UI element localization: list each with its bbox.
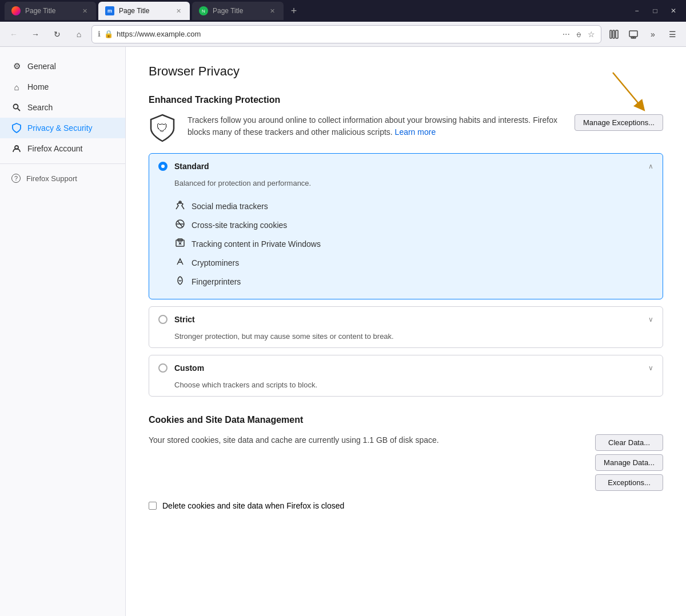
sidebar-item-general[interactable]: ⚙ General (0, 56, 125, 77)
svg-rect-2 (616, 30, 618, 38)
sidebar-label-privacy: Privacy & Security (27, 123, 93, 133)
option-standard-chevron: ∧ (648, 162, 653, 170)
sidebar-label-home: Home (27, 82, 49, 91)
option-custom-desc: Choose which trackers and scripts to blo… (149, 381, 663, 396)
sidebar-label-general: General (27, 62, 56, 71)
tab-1-close[interactable]: ✕ (80, 6, 89, 15)
option-custom: Custom ∨ Choose which trackers and scrip… (149, 355, 663, 397)
info-icon: ℹ (98, 30, 101, 38)
option-standard: Standard ∧ Balanced for protection and p… (149, 153, 663, 299)
back-button[interactable]: ← (5, 25, 23, 43)
option-strict-header[interactable]: Strict ∨ (149, 307, 663, 332)
private-windows-label: Tracking content in Private Windows (192, 239, 321, 249)
svg-line-7 (18, 109, 20, 111)
sidebar-label-support: Firefox Support (26, 174, 77, 183)
toolbar-icons: » ☰ (605, 25, 681, 43)
crosssite-tracker-icon (174, 219, 186, 231)
tab-2[interactable]: m Page Title ✕ (98, 2, 190, 20)
option-standard-radio[interactable] (158, 162, 167, 171)
svg-rect-3 (629, 31, 637, 37)
option-standard-label: Standard (174, 162, 641, 171)
fingerprinter-label: Fingerprinters (192, 277, 241, 286)
sidebar-label-account: Firefox Account (27, 144, 83, 153)
lock-icon: 🔒 (104, 30, 113, 38)
account-icon (11, 143, 22, 154)
pocket-icon[interactable]: 🜔 (575, 29, 583, 39)
new-tab-button[interactable]: + (286, 3, 302, 19)
more-tools-icon[interactable]: » (644, 25, 662, 43)
minimize-button[interactable]: − (629, 3, 645, 19)
sidebar-item-search[interactable]: Search (0, 97, 125, 118)
search-icon (11, 102, 22, 113)
option-strict: Strict ∨ Stronger protection, but may ca… (149, 306, 663, 348)
tab-2-close[interactable]: ✕ (174, 6, 183, 15)
private-windows-icon (174, 238, 186, 250)
tab-1[interactable]: Page Title ✕ (5, 2, 96, 20)
svg-rect-1 (613, 30, 615, 38)
title-bar: Page Title ✕ m Page Title ✕ N Page Title… (0, 0, 686, 22)
support-icon: ? (11, 174, 21, 183)
delete-cookies-label: Delete cookies and site data when Firefo… (162, 501, 344, 510)
option-strict-desc: Stronger protection, but may cause some … (149, 332, 663, 347)
crosssite-tracker-label: Cross-site tracking cookies (192, 221, 287, 230)
refresh-button[interactable]: ↻ (48, 25, 66, 43)
privacy-icon (11, 123, 22, 133)
address-icons: ··· 🜔 ☆ (563, 29, 595, 39)
cookies-title: Cookies and Site Data Management (149, 415, 663, 425)
window-controls: − □ ✕ (629, 3, 681, 19)
learn-more-link[interactable]: Learn more (395, 127, 436, 137)
page-title: Browser Privacy (149, 64, 663, 79)
tab-3-title: Page Title (213, 7, 263, 15)
maximize-button[interactable]: □ (647, 3, 663, 19)
etp-title: Enhanced Tracking Protection (149, 95, 663, 105)
cookies-buttons: Clear Data... Manage Data... Exceptions.… (595, 434, 663, 491)
forward-button[interactable]: → (26, 25, 45, 43)
address-bar[interactable]: ℹ 🔒 https://www.example.com ··· 🜔 ☆ (91, 25, 601, 43)
svg-rect-0 (610, 30, 612, 38)
option-standard-item-3: Cryptominers (174, 253, 653, 272)
home-button[interactable]: ⌂ (70, 25, 88, 43)
tab-3-close[interactable]: ✕ (268, 6, 277, 15)
manage-data-button[interactable]: Manage Data... (595, 454, 663, 471)
menu-icon[interactable]: ☰ (663, 25, 681, 43)
cryptominer-label: Cryptominers (192, 258, 239, 267)
sidebar-label-search: Search (27, 103, 53, 112)
synced-tabs-icon[interactable] (624, 25, 643, 43)
cookies-data-row: Your stored cookies, site data and cache… (149, 434, 663, 491)
manage-exceptions-button[interactable]: Manage Exceptions... (575, 114, 663, 131)
svg-point-6 (14, 105, 18, 109)
url-text[interactable]: https://www.example.com (117, 30, 559, 38)
library-icon[interactable] (605, 25, 623, 43)
fingerprinter-icon (174, 275, 186, 287)
social-tracker-icon (174, 200, 186, 212)
browser-window: Page Title ✕ m Page Title ✕ N Page Title… (0, 0, 686, 616)
close-button[interactable]: ✕ (665, 3, 681, 19)
option-standard-item-1: Cross-site tracking cookies (174, 215, 653, 234)
option-strict-radio[interactable] (158, 315, 167, 324)
option-strict-chevron: ∨ (648, 315, 653, 323)
browser-content: ⚙ General ⌂ Home Search (0, 47, 686, 616)
options-icon[interactable]: ··· (563, 29, 570, 39)
cryptominer-icon (174, 257, 186, 269)
cookies-description: Your stored cookies, site data and cache… (149, 434, 584, 446)
option-standard-header[interactable]: Standard ∧ (149, 154, 663, 179)
option-standard-item-0: Social media trackers (174, 197, 653, 215)
option-strict-label: Strict (174, 315, 641, 324)
option-custom-header[interactable]: Custom ∨ (149, 355, 663, 381)
option-custom-radio[interactable] (158, 363, 167, 373)
sidebar-item-privacy[interactable]: Privacy & Security (0, 118, 125, 138)
clear-data-button[interactable]: Clear Data... (595, 434, 663, 451)
main-content: Browser Privacy Enhanced Tracking Protec… (126, 47, 686, 616)
sidebar-item-home[interactable]: ⌂ Home (0, 77, 125, 97)
sidebar-item-account[interactable]: Firefox Account (0, 138, 125, 159)
delete-cookies-checkbox[interactable] (149, 502, 157, 510)
option-custom-chevron: ∨ (648, 364, 653, 372)
tab-3[interactable]: N Page Title ✕ (192, 2, 284, 20)
etp-description-row: 🛡 Trackers follow you around online to c… (149, 114, 663, 142)
sidebar-item-support[interactable]: ? Firefox Support (0, 169, 125, 188)
sidebar: ⚙ General ⌂ Home Search (0, 47, 126, 616)
general-icon: ⚙ (11, 61, 22, 71)
exceptions-button[interactable]: Exceptions... (595, 474, 663, 491)
sidebar-divider (0, 163, 125, 164)
bookmark-icon[interactable]: ☆ (588, 30, 595, 39)
